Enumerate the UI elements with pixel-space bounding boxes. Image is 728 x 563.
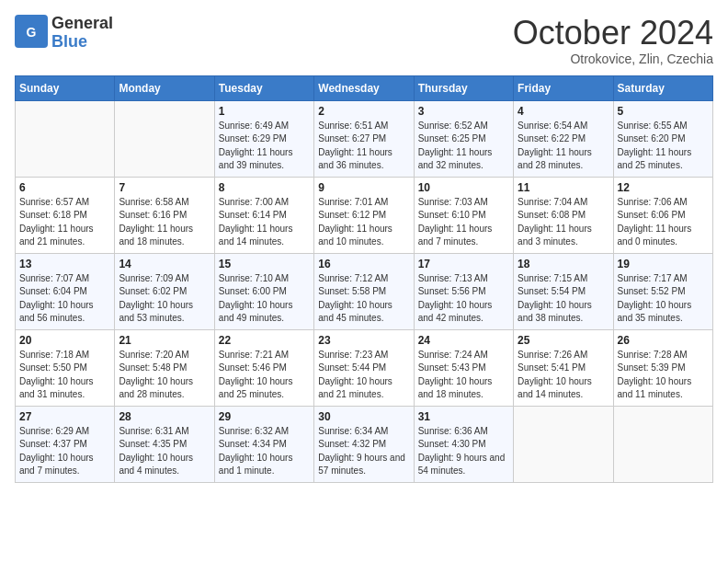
- day-number: 14: [119, 258, 210, 270]
- day-number: 28: [119, 410, 210, 423]
- header-day-thursday: Thursday: [414, 75, 513, 100]
- month-title: October 2024: [513, 15, 713, 52]
- day-info: Sunrise: 7:28 AM Sunset: 5:39 PM Dayligh…: [618, 349, 709, 402]
- calendar-cell: 19Sunrise: 7:17 AM Sunset: 5:52 PM Dayli…: [613, 253, 712, 329]
- calendar-cell: [115, 100, 214, 177]
- day-info: Sunrise: 6:32 AM Sunset: 4:34 PM Dayligh…: [219, 425, 310, 478]
- logo: G General Blue: [15, 15, 113, 52]
- day-number: 20: [19, 334, 110, 347]
- day-info: Sunrise: 7:10 AM Sunset: 6:00 PM Dayligh…: [219, 272, 310, 326]
- calendar-cell: 29Sunrise: 6:32 AM Sunset: 4:34 PM Dayli…: [214, 406, 313, 482]
- header-day-wednesday: Wednesday: [314, 75, 414, 100]
- day-info: Sunrise: 6:54 AM Sunset: 6:22 PM Dayligh…: [518, 120, 609, 173]
- calendar-cell: 27Sunrise: 6:29 AM Sunset: 4:37 PM Dayli…: [16, 406, 115, 482]
- calendar-cell: 12Sunrise: 7:06 AM Sunset: 6:06 PM Dayli…: [613, 177, 712, 253]
- day-number: 22: [219, 334, 310, 347]
- calendar-cell: 6Sunrise: 6:57 AM Sunset: 6:18 PM Daylig…: [16, 177, 115, 253]
- calendar-header: SundayMondayTuesdayWednesdayThursdayFrid…: [16, 75, 713, 100]
- logo-icon: G: [15, 15, 48, 48]
- header-day-monday: Monday: [115, 75, 214, 100]
- location: Otrokovice, Zlin, Czechia: [513, 52, 713, 66]
- day-info: Sunrise: 7:26 AM Sunset: 5:41 PM Dayligh…: [518, 349, 609, 402]
- day-info: Sunrise: 6:51 AM Sunset: 6:27 PM Dayligh…: [318, 120, 409, 173]
- logo-text: General Blue: [51, 15, 113, 52]
- day-info: Sunrise: 6:52 AM Sunset: 6:25 PM Dayligh…: [418, 120, 509, 173]
- day-number: 5: [618, 105, 709, 118]
- day-info: Sunrise: 7:07 AM Sunset: 6:04 PM Dayligh…: [19, 272, 110, 326]
- calendar-week-3: 13Sunrise: 7:07 AM Sunset: 6:04 PM Dayli…: [16, 253, 713, 329]
- title-block: October 2024 Otrokovice, Zlin, Czechia: [513, 15, 713, 66]
- day-info: Sunrise: 6:31 AM Sunset: 4:35 PM Dayligh…: [119, 425, 210, 478]
- day-info: Sunrise: 7:18 AM Sunset: 5:50 PM Dayligh…: [19, 349, 110, 402]
- day-info: Sunrise: 6:57 AM Sunset: 6:18 PM Dayligh…: [19, 196, 110, 249]
- day-number: 25: [518, 334, 609, 347]
- day-info: Sunrise: 7:17 AM Sunset: 5:52 PM Dayligh…: [618, 272, 709, 326]
- day-info: Sunrise: 7:04 AM Sunset: 6:08 PM Dayligh…: [518, 196, 609, 249]
- calendar-cell: 26Sunrise: 7:28 AM Sunset: 5:39 PM Dayli…: [613, 329, 712, 406]
- day-number: 21: [119, 334, 210, 347]
- day-number: 2: [318, 105, 409, 118]
- day-info: Sunrise: 7:06 AM Sunset: 6:06 PM Dayligh…: [618, 196, 709, 249]
- day-number: 8: [219, 181, 310, 194]
- header-day-tuesday: Tuesday: [214, 75, 313, 100]
- day-info: Sunrise: 6:55 AM Sunset: 6:20 PM Dayligh…: [618, 120, 709, 173]
- calendar-cell: 24Sunrise: 7:24 AM Sunset: 5:43 PM Dayli…: [414, 329, 513, 406]
- calendar-table: SundayMondayTuesdayWednesdayThursdayFrid…: [15, 75, 713, 483]
- calendar-cell: 25Sunrise: 7:26 AM Sunset: 5:41 PM Dayli…: [514, 329, 613, 406]
- day-number: 18: [518, 258, 609, 270]
- calendar-cell: 16Sunrise: 7:12 AM Sunset: 5:58 PM Dayli…: [314, 253, 414, 329]
- calendar-body: 1Sunrise: 6:49 AM Sunset: 6:29 PM Daylig…: [16, 100, 713, 482]
- calendar-cell: 13Sunrise: 7:07 AM Sunset: 6:04 PM Dayli…: [16, 253, 115, 329]
- day-number: 3: [418, 105, 509, 118]
- day-number: 31: [418, 410, 509, 423]
- calendar-cell: 17Sunrise: 7:13 AM Sunset: 5:56 PM Dayli…: [414, 253, 513, 329]
- calendar-cell: 7Sunrise: 6:58 AM Sunset: 6:16 PM Daylig…: [115, 177, 214, 253]
- day-number: 11: [518, 181, 609, 194]
- calendar-cell: 15Sunrise: 7:10 AM Sunset: 6:00 PM Dayli…: [214, 253, 313, 329]
- header-day-saturday: Saturday: [613, 75, 712, 100]
- day-info: Sunrise: 7:01 AM Sunset: 6:12 PM Dayligh…: [318, 196, 409, 249]
- day-info: Sunrise: 7:09 AM Sunset: 6:02 PM Dayligh…: [119, 272, 210, 326]
- day-info: Sunrise: 6:58 AM Sunset: 6:16 PM Dayligh…: [119, 196, 210, 249]
- svg-text:G: G: [27, 25, 37, 40]
- day-info: Sunrise: 6:36 AM Sunset: 4:30 PM Dayligh…: [418, 425, 509, 478]
- day-info: Sunrise: 7:13 AM Sunset: 5:56 PM Dayligh…: [418, 272, 509, 326]
- calendar-cell: 30Sunrise: 6:34 AM Sunset: 4:32 PM Dayli…: [314, 406, 414, 482]
- calendar-cell: [613, 406, 712, 482]
- calendar-cell: 5Sunrise: 6:55 AM Sunset: 6:20 PM Daylig…: [613, 100, 712, 177]
- page-header: G General Blue October 2024 Otrokovice, …: [15, 15, 713, 66]
- calendar-cell: 20Sunrise: 7:18 AM Sunset: 5:50 PM Dayli…: [16, 329, 115, 406]
- calendar-cell: 23Sunrise: 7:23 AM Sunset: 5:44 PM Dayli…: [314, 329, 414, 406]
- day-info: Sunrise: 7:24 AM Sunset: 5:43 PM Dayligh…: [418, 349, 509, 402]
- day-info: Sunrise: 7:12 AM Sunset: 5:58 PM Dayligh…: [318, 272, 409, 326]
- calendar-cell: 22Sunrise: 7:21 AM Sunset: 5:46 PM Dayli…: [214, 329, 313, 406]
- logo-blue: Blue: [51, 33, 113, 52]
- calendar-cell: 9Sunrise: 7:01 AM Sunset: 6:12 PM Daylig…: [314, 177, 414, 253]
- day-number: 6: [19, 181, 110, 194]
- day-number: 12: [618, 181, 709, 194]
- day-number: 16: [318, 258, 409, 270]
- calendar-cell: [514, 406, 613, 482]
- day-info: Sunrise: 7:21 AM Sunset: 5:46 PM Dayligh…: [219, 349, 310, 402]
- calendar-cell: 3Sunrise: 6:52 AM Sunset: 6:25 PM Daylig…: [414, 100, 513, 177]
- day-info: Sunrise: 7:03 AM Sunset: 6:10 PM Dayligh…: [418, 196, 509, 249]
- day-number: 27: [19, 410, 110, 423]
- day-number: 4: [518, 105, 609, 118]
- calendar-week-2: 6Sunrise: 6:57 AM Sunset: 6:18 PM Daylig…: [16, 177, 713, 253]
- day-number: 10: [418, 181, 509, 194]
- day-number: 17: [418, 258, 509, 270]
- day-number: 1: [219, 105, 310, 118]
- day-number: 15: [219, 258, 310, 270]
- day-info: Sunrise: 7:15 AM Sunset: 5:54 PM Dayligh…: [518, 272, 609, 326]
- calendar-cell: 10Sunrise: 7:03 AM Sunset: 6:10 PM Dayli…: [414, 177, 513, 253]
- calendar-cell: 18Sunrise: 7:15 AM Sunset: 5:54 PM Dayli…: [514, 253, 613, 329]
- day-info: Sunrise: 6:29 AM Sunset: 4:37 PM Dayligh…: [19, 425, 110, 478]
- header-day-friday: Friday: [514, 75, 613, 100]
- calendar-week-1: 1Sunrise: 6:49 AM Sunset: 6:29 PM Daylig…: [16, 100, 713, 177]
- day-number: 26: [618, 334, 709, 347]
- day-number: 19: [618, 258, 709, 270]
- day-number: 9: [318, 181, 409, 194]
- day-number: 23: [318, 334, 409, 347]
- day-number: 24: [418, 334, 509, 347]
- day-number: 29: [219, 410, 310, 423]
